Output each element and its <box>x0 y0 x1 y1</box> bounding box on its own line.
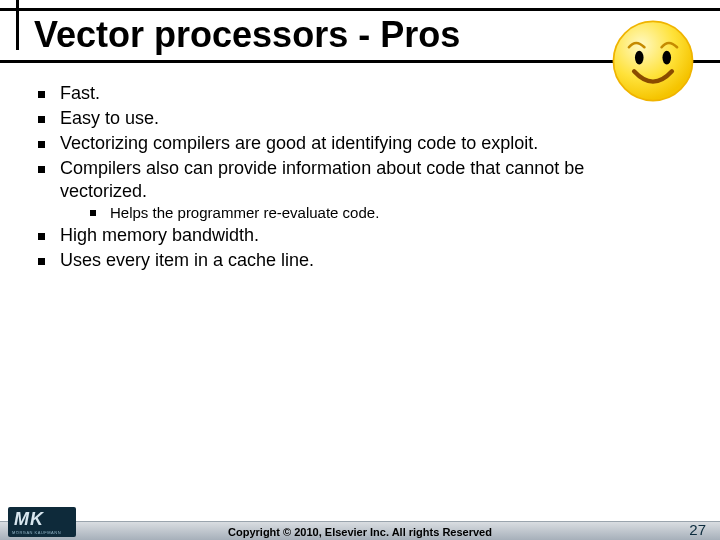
rule-vertical <box>16 0 19 50</box>
slide-title: Vector processors - Pros <box>34 14 460 56</box>
bullet-text: Vectorizing compilers are good at identi… <box>60 133 538 153</box>
bullet-item: High memory bandwidth. <box>32 224 672 247</box>
svg-point-1 <box>635 51 644 65</box>
bullet-text: Fast. <box>60 83 100 103</box>
bullet-item: Vectorizing compilers are good at identi… <box>32 132 672 155</box>
bullet-text: High memory bandwidth. <box>60 225 259 245</box>
rule-top <box>0 8 720 11</box>
footer: MK MORGAN KAUFMANN Copyright © 2010, Els… <box>0 510 720 540</box>
bullet-text: Compilers also can provide information a… <box>60 158 584 201</box>
sub-bullet-text: Helps the programmer re-evaluate code. <box>110 204 379 221</box>
sub-bullet-list: Helps the programmer re-evaluate code. <box>60 203 672 222</box>
bullet-item: Uses every item in a cache line. <box>32 249 672 272</box>
slide-body: Fast. Easy to use. Vectorizing compilers… <box>32 80 672 274</box>
slide: Vector processors - Pros Fast. Easy to u… <box>0 0 720 540</box>
page-number: 27 <box>689 521 706 538</box>
svg-point-2 <box>662 51 671 65</box>
bullet-text: Uses every item in a cache line. <box>60 250 314 270</box>
bullet-item: Compilers also can provide information a… <box>32 157 672 222</box>
copyright-text: Copyright © 2010, Elsevier Inc. All righ… <box>0 526 720 538</box>
bullet-text: Easy to use. <box>60 108 159 128</box>
sub-bullet-item: Helps the programmer re-evaluate code. <box>60 203 672 222</box>
bullet-item: Easy to use. <box>32 107 672 130</box>
bullet-item: Fast. <box>32 82 672 105</box>
bullet-list: Fast. Easy to use. Vectorizing compilers… <box>32 82 672 272</box>
